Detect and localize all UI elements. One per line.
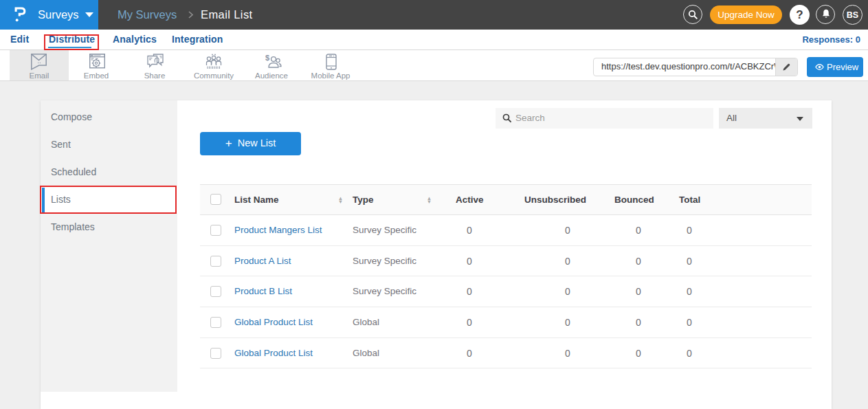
svg-text:$: $	[265, 54, 269, 62]
